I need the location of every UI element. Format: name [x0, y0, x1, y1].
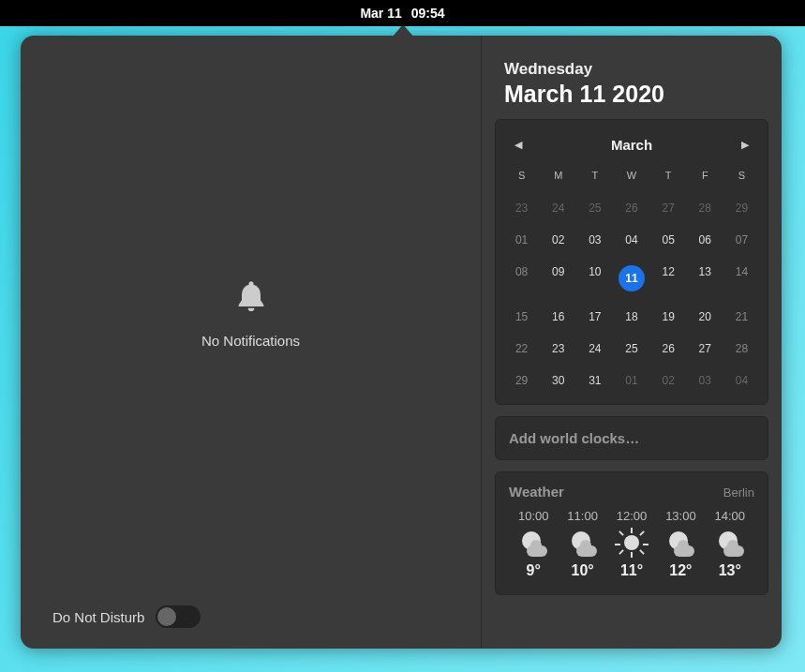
calendar-day[interactable]: 30: [540, 365, 576, 396]
world-clocks-label: Add world clocks…: [509, 430, 639, 446]
calendar-day[interactable]: 03: [687, 365, 723, 396]
calendar-day[interactable]: 12: [650, 256, 687, 301]
notifications-empty-label: No Notifications: [201, 333, 300, 349]
forecast-item: 10:009°: [509, 509, 558, 579]
calendar-day[interactable]: 03: [576, 224, 613, 256]
calendar-day[interactable]: 28: [687, 192, 723, 224]
forecast-item: 13:0012°: [656, 509, 705, 579]
calendar-day[interactable]: 02: [650, 365, 687, 396]
calendar-day[interactable]: 25: [613, 333, 649, 365]
forecast-row: 10:009°11:0010°12:0011°13:0012°14:0013°: [509, 509, 754, 579]
do-not-disturb-toggle[interactable]: [156, 605, 201, 628]
forecast-temp: 11°: [620, 562, 643, 579]
date-full: March 11 2020: [504, 81, 768, 108]
calendar-month-label: March: [611, 137, 652, 153]
calendar-day[interactable]: 16: [540, 301, 576, 333]
forecast-time: 12:00: [617, 509, 648, 523]
calendar-day[interactable]: 04: [613, 224, 649, 256]
topbar-date: Mar 11: [360, 6, 401, 21]
calendar-day[interactable]: 09: [540, 256, 576, 301]
calendar-day[interactable]: 28: [723, 333, 760, 365]
forecast-time: 11:00: [567, 509, 598, 523]
calendar-day[interactable]: 24: [540, 192, 576, 224]
calendar-day[interactable]: 17: [576, 301, 613, 333]
forecast-time: 14:00: [715, 509, 746, 523]
calendar-day[interactable]: 14: [723, 256, 760, 301]
toggle-knob: [157, 607, 176, 626]
calendar-day[interactable]: 18: [613, 301, 649, 333]
top-bar: Mar 11 09:54: [0, 0, 805, 26]
calendar-day[interactable]: 15: [503, 301, 540, 333]
calendar-prev-button[interactable]: ◀: [509, 135, 528, 155]
calendar-day[interactable]: 23: [540, 333, 576, 365]
calendar-day[interactable]: 22: [503, 333, 540, 365]
calendar-day[interactable]: 05: [650, 224, 687, 256]
calendar-day[interactable]: 20: [687, 301, 723, 333]
calendar-dow: F: [687, 164, 723, 192]
partly-cloudy-icon: [519, 529, 547, 557]
forecast-temp: 12°: [669, 562, 692, 579]
forecast-time: 10:00: [518, 509, 549, 523]
forecast-temp: 13°: [719, 562, 741, 579]
calendar-dow: T: [576, 164, 613, 192]
clock-button[interactable]: Mar 11 09:54: [360, 6, 444, 21]
weather-card[interactable]: Weather Berlin 10:009°11:0010°12:0011°13…: [495, 471, 768, 595]
sun-icon: [618, 529, 646, 557]
calendar-day[interactable]: 04: [723, 365, 760, 396]
calendar-day[interactable]: 27: [687, 333, 723, 365]
date-weekday: Wednesday: [504, 60, 768, 79]
calendar-day[interactable]: 26: [650, 333, 687, 365]
forecast-temp: 10°: [572, 562, 594, 579]
forecast-item: 14:0013°: [706, 509, 754, 579]
topbar-time: 09:54: [411, 6, 445, 21]
calendar-next-button[interactable]: ▶: [736, 135, 754, 155]
calendar-dow: S: [503, 164, 540, 192]
calendar-dow: T: [650, 164, 687, 192]
partly-cloudy-icon: [716, 529, 744, 557]
calendar-day[interactable]: 19: [650, 301, 687, 333]
notifications-pane: No Notifications Do Not Disturb: [21, 36, 482, 649]
calendar-day[interactable]: 06: [687, 224, 723, 256]
datetime-popup: No Notifications Do Not Disturb Wednesda…: [21, 36, 782, 649]
calendar-day[interactable]: 25: [576, 192, 613, 224]
do-not-disturb-row: Do Not Disturb: [21, 590, 481, 649]
partly-cloudy-icon: [666, 529, 694, 557]
calendar-day[interactable]: 07: [723, 224, 760, 256]
calendar-day[interactable]: 29: [723, 192, 760, 224]
do-not-disturb-label: Do Not Disturb: [52, 609, 144, 625]
calendar-day[interactable]: 31: [576, 365, 613, 396]
calendar-day[interactable]: 01: [613, 365, 649, 396]
calendar-day[interactable]: 02: [540, 224, 576, 256]
calendar-day[interactable]: 01: [503, 224, 540, 256]
calendar-card: ◀ March ▶ SMTWTFS23242526272829010203040…: [495, 119, 768, 405]
calendar-day[interactable]: 27: [650, 192, 687, 224]
calendar-day[interactable]: 24: [576, 333, 613, 365]
calendar-grid: SMTWTFS232425262728290102030405060708091…: [503, 164, 760, 396]
bell-icon: [232, 278, 270, 316]
notifications-empty: No Notifications: [21, 36, 481, 590]
calendar-day[interactable]: 21: [723, 301, 760, 333]
weather-title: Weather: [509, 484, 564, 500]
calendar-pane: Wednesday March 11 2020 ◀ March ▶ SMTWTF…: [482, 36, 782, 649]
popup-arrow: [392, 24, 414, 37]
world-clocks-button[interactable]: Add world clocks…: [495, 416, 768, 460]
calendar-day-today[interactable]: 11: [613, 256, 649, 301]
calendar-dow: W: [613, 164, 649, 192]
calendar-dow: S: [723, 164, 760, 192]
calendar-day[interactable]: 10: [576, 256, 613, 301]
forecast-temp: 9°: [527, 562, 541, 579]
calendar-day[interactable]: 29: [503, 365, 540, 396]
weather-location: Berlin: [723, 485, 754, 500]
calendar-day[interactable]: 13: [687, 256, 723, 301]
calendar-day[interactable]: 08: [503, 256, 540, 301]
forecast-item: 12:0011°: [607, 509, 656, 579]
forecast-time: 13:00: [665, 509, 696, 523]
calendar-day[interactable]: 23: [503, 192, 540, 224]
calendar-day[interactable]: 26: [613, 192, 649, 224]
calendar-dow: M: [540, 164, 576, 192]
forecast-item: 11:0010°: [558, 509, 606, 579]
partly-cloudy-icon: [569, 529, 597, 557]
date-heading: Wednesday March 11 2020: [495, 60, 768, 108]
